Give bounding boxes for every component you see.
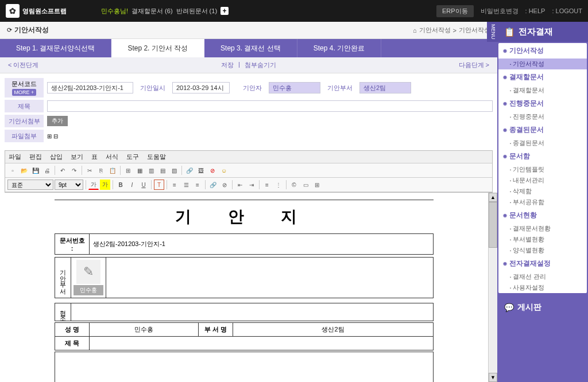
italic-icon[interactable]: I	[127, 180, 137, 190]
sidebar-cat-3[interactable]: ◉종결된문서	[498, 122, 587, 138]
sidebar-item-6-1[interactable]: •사용자설정	[498, 282, 587, 293]
fontsize-select[interactable]: 9pt	[55, 180, 83, 190]
password-link[interactable]: 비밀번호변경	[481, 7, 519, 15]
sidebar-item-0-0[interactable]: •기안서작성	[498, 59, 587, 69]
bgcolor-icon[interactable]: 가	[100, 180, 110, 190]
breadcrumb-2[interactable]: 기안서작성	[459, 26, 490, 34]
sidebar-cat-2[interactable]: ◉진행중문서	[498, 96, 587, 111]
erp-button[interactable]: ERP이동	[436, 5, 474, 17]
textbox-icon[interactable]: T	[154, 180, 164, 190]
menu-file[interactable]: 파일	[9, 153, 21, 161]
menu-insert[interactable]: 삽입	[50, 153, 63, 161]
save-button[interactable]: 저장	[221, 61, 234, 69]
save-icon[interactable]: 💾	[30, 165, 41, 176]
menu-format[interactable]: 서식	[106, 153, 118, 161]
image-icon[interactable]: 🖼	[196, 165, 206, 176]
menu-view[interactable]: 보기	[71, 153, 83, 161]
doc-scroll[interactable]: 기 안 지 문서번호 : 생산2팀-201203-기안지-1 기안부서 ✎ 민수…	[0, 193, 488, 382]
box-icon[interactable]: ▭	[300, 180, 311, 190]
sidebar-cat-5[interactable]: ◉문서현황	[498, 208, 587, 223]
refresh-icon[interactable]: ⟳	[7, 26, 12, 34]
sidebar-item-4-0[interactable]: •기안템플릿	[498, 164, 587, 175]
logout-link[interactable]: : LOGOUT	[552, 7, 582, 14]
sidebar-item-4-2[interactable]: •삭제함	[498, 186, 587, 197]
sidebar-title-board[interactable]: 💬 게시판	[497, 294, 588, 321]
prev-step-button[interactable]: < 이전단계	[8, 61, 38, 69]
align-center-icon[interactable]: ☰	[181, 180, 191, 190]
scroll-down-icon[interactable]: ▼	[489, 373, 497, 382]
pending-docs-link[interactable]: 결재할문서 (6)	[131, 7, 173, 15]
split-icon[interactable]: ▧	[169, 165, 179, 176]
title-input[interactable]	[47, 100, 493, 112]
style-select[interactable]: 표준	[7, 180, 53, 190]
step-tab-4[interactable]: Step 4. 기안완료	[297, 39, 381, 57]
sidebar-item-4-3[interactable]: •부서공유함	[498, 197, 587, 208]
redo-icon[interactable]: ↷	[69, 165, 79, 176]
align-left-icon[interactable]: ≡	[169, 180, 180, 190]
add-attach-button[interactable]: 추가	[47, 116, 68, 126]
scroll-thumb[interactable]	[489, 202, 497, 248]
hide-attach-button[interactable]: 첨부숨기기	[245, 61, 276, 69]
bold-icon[interactable]: B	[115, 180, 126, 190]
draft-date-input[interactable]	[172, 82, 230, 93]
media-icon[interactable]: ⊘	[207, 165, 218, 176]
help-link[interactable]: : HELP	[525, 7, 546, 14]
indent-icon[interactable]: ⇥	[246, 180, 257, 190]
copy-icon[interactable]: ⎘	[96, 165, 106, 176]
menu-tab[interactable]: MENU	[487, 22, 497, 42]
sidebar-item-1-0[interactable]: •결재할문서	[498, 85, 587, 96]
undo-icon[interactable]: ↶	[57, 165, 68, 176]
table-icon[interactable]: ⊞	[123, 165, 133, 176]
sidebar-cat-6[interactable]: ◉전자결재설정	[498, 256, 587, 271]
expand-attach-icon[interactable]: ⊞ ⊟	[47, 133, 58, 139]
grid-icon[interactable]: ⊞	[312, 180, 322, 190]
sidebar-item-4-1[interactable]: •내문서관리	[498, 175, 587, 186]
row-icon[interactable]: ▦	[134, 165, 145, 176]
scroll-up-icon[interactable]: ▲	[489, 193, 497, 202]
sidebar-cat-0[interactable]: ◉기안서작성	[498, 43, 587, 59]
dept-input[interactable]	[359, 82, 411, 93]
doc-code-input[interactable]	[47, 82, 133, 93]
menu-table[interactable]: 표	[91, 153, 98, 161]
sidebar-item-5-0[interactable]: •결재문서현황	[498, 223, 587, 234]
sidebar-item-5-2[interactable]: •양식별현황	[498, 245, 587, 256]
link-icon[interactable]: 🔗	[184, 165, 195, 176]
cut-icon[interactable]: ✂	[84, 165, 95, 176]
list-ol-icon[interactable]: ≡	[262, 180, 272, 190]
link2-icon[interactable]: 🔗	[208, 180, 218, 190]
menu-tools[interactable]: 도구	[126, 153, 139, 161]
breadcrumb-1[interactable]: 기안서작성	[419, 26, 451, 34]
body-cell[interactable]	[55, 352, 434, 382]
home-icon[interactable]: ⌂	[413, 27, 417, 34]
fontcolor-icon[interactable]: 가	[88, 180, 99, 190]
sidebar-cat-4[interactable]: ◉문서함	[498, 149, 587, 164]
merge-icon[interactable]: ▤	[157, 165, 168, 176]
sidebar-item-5-1[interactable]: •부서별현황	[498, 234, 587, 245]
menu-help[interactable]: 도움말	[147, 153, 166, 161]
open-icon[interactable]: 📂	[19, 165, 29, 176]
sidebar-item-6-0[interactable]: •결재선 관리	[498, 271, 587, 282]
sidebar-cat-1[interactable]: ◉결재할문서	[498, 69, 587, 85]
print-icon[interactable]: 🖨	[42, 165, 52, 176]
unlink-icon[interactable]: ⊘	[219, 180, 230, 190]
next-step-button[interactable]: 다음단계 >	[459, 61, 489, 69]
outdent-icon[interactable]: ⇤	[235, 180, 245, 190]
returned-docs-link[interactable]: 반려된문서 (1)	[176, 7, 218, 15]
underline-icon[interactable]: U	[138, 180, 149, 190]
emoji-icon[interactable]: ☺	[219, 165, 229, 176]
new-icon[interactable]: ▫	[7, 165, 18, 176]
list-ul-icon[interactable]: ⋮	[273, 180, 284, 190]
plus-button[interactable]: +	[220, 7, 229, 15]
paste-icon[interactable]: 📋	[107, 165, 118, 176]
scrollbar[interactable]: ▲ ▼	[488, 193, 497, 382]
step-tab-1[interactable]: Step 1. 결재문서양식선택	[0, 39, 111, 57]
sidebar-item-2-0[interactable]: •진행중문서	[498, 111, 587, 122]
col-icon[interactable]: ▥	[146, 165, 156, 176]
sidebar-item-3-0[interactable]: •종결된문서	[498, 138, 587, 149]
step-tab-2[interactable]: Step 2. 기안서 작성	[111, 39, 204, 57]
menu-edit[interactable]: 편집	[29, 153, 42, 161]
author-input[interactable]	[269, 82, 320, 93]
more-button[interactable]: MORE +	[12, 89, 37, 96]
align-right-icon[interactable]: ≡	[192, 180, 203, 190]
step-tab-3[interactable]: Step 3. 결재선 선택	[204, 39, 297, 57]
